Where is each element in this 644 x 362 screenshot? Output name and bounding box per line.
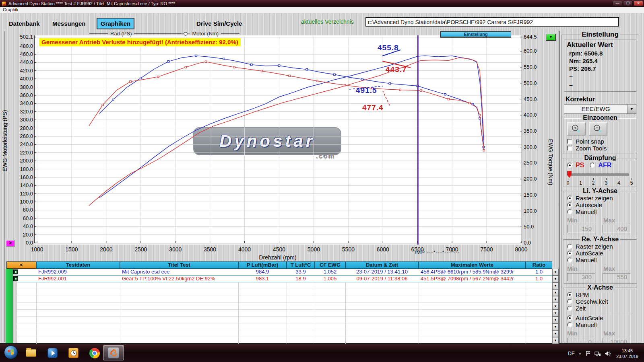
option-ps[interactable]: PS xyxy=(567,162,584,169)
table-header-cf-ewg[interactable]: CF EWG xyxy=(315,261,345,269)
option-manuell[interactable]: Manuell xyxy=(566,321,635,328)
annotation-line xyxy=(383,91,390,105)
media-player-taskbar-icon[interactable] xyxy=(47,348,58,358)
korrektur-select[interactable]: EEC/EWG ▼ xyxy=(564,104,636,114)
slider-tick-label: 2 xyxy=(590,180,596,186)
start-button[interactable] xyxy=(4,346,18,359)
row-dropdown-button[interactable]: ▼ xyxy=(552,289,559,296)
show-hidden-icons-button[interactable]: ▲ xyxy=(578,352,582,355)
table-header-p-luft-mbar-[interactable]: P Luft(mBar) xyxy=(238,261,287,269)
table-header-titel-test[interactable]: Titel Test xyxy=(120,261,238,269)
radio-button[interactable] xyxy=(567,306,572,311)
option-rpm[interactable]: RPM xyxy=(566,291,635,298)
option-manuell[interactable]: Manuell xyxy=(566,257,635,263)
chevron-down-icon[interactable]: ▼ xyxy=(627,105,636,113)
title-bar[interactable]: Advanced Dyno Station **** Test # FJR992… xyxy=(0,0,644,7)
radio-button[interactable] xyxy=(567,299,572,304)
row-dropdown-button[interactable]: ▼ xyxy=(552,276,559,282)
radio-button[interactable] xyxy=(567,292,572,297)
tab-messungen[interactable]: Messungen xyxy=(49,19,89,29)
row-status-icon[interactable] xyxy=(13,276,18,281)
radio-button[interactable] xyxy=(567,209,572,214)
left-axis-tick-label: 220.0 xyxy=(8,150,33,156)
close-button[interactable]: ✕ xyxy=(634,1,643,6)
table-corner-button[interactable]: < xyxy=(6,261,36,269)
radio-button[interactable] xyxy=(567,162,572,168)
right-y-min-input[interactable]: 300 xyxy=(567,273,595,281)
radio-button[interactable] xyxy=(590,162,595,168)
x-axis-tick-label: 1500 xyxy=(58,246,86,253)
dyno-chart-plot[interactable]: Dynostar .com xyxy=(34,35,522,245)
radio-button[interactable] xyxy=(567,202,572,208)
chrome-taskbar-icon[interactable] xyxy=(89,348,100,358)
slider-thumb[interactable] xyxy=(567,171,572,178)
table-row[interactable]: FJR992.009Mit Capristo esd ece984.933.91… xyxy=(17,269,552,276)
left-y-min-input[interactable]: 150 xyxy=(567,225,595,233)
radio-button[interactable] xyxy=(567,322,572,327)
row-dropdown-button[interactable]: ▼ xyxy=(552,303,559,310)
zoom-out-button[interactable] xyxy=(589,122,607,136)
left-y-max-input[interactable]: 400 xyxy=(603,225,631,233)
option-autoscale[interactable]: Autoscale xyxy=(566,202,635,208)
row-dropdown-button[interactable]: ▼ xyxy=(552,310,559,317)
row-dropdown-button[interactable]: ▼ xyxy=(552,269,559,276)
table-header-t-luft-c[interactable]: T Luft°C xyxy=(287,261,315,269)
dyno-station-taskbar-button[interactable] xyxy=(103,345,124,360)
table-header-ratio[interactable]: Ratio xyxy=(526,261,552,269)
table-header-datum-zeit[interactable]: Datum & Zeit xyxy=(345,261,419,269)
tab-drive-sim-cycle[interactable]: Drive Sim/Cycle xyxy=(193,19,245,29)
row-dropdown-button[interactable]: ▼ xyxy=(552,337,559,344)
radio-button[interactable] xyxy=(567,315,572,321)
language-indicator[interactable]: DE xyxy=(568,351,575,356)
table-header-maximalen-werte[interactable]: Maximalen Werte xyxy=(419,261,526,269)
checkbox[interactable] xyxy=(567,146,572,151)
menu-item-graphik[interactable]: Graphik xyxy=(3,7,19,12)
row-dropdown-button[interactable]: ▼ xyxy=(552,323,559,330)
chart-canvas[interactable] xyxy=(34,35,522,245)
max-label: Max xyxy=(603,217,630,224)
zoom-in-button[interactable] xyxy=(567,122,586,136)
row-status-icon[interactable] xyxy=(13,269,18,274)
slider-tick-label: 1 xyxy=(578,180,584,186)
checkbox[interactable] xyxy=(567,139,572,144)
explorer-taskbar-icon[interactable] xyxy=(26,349,36,357)
scheduler-taskbar-icon[interactable] xyxy=(68,348,78,358)
marker xyxy=(448,98,449,100)
option-autoscale[interactable]: AutoScale xyxy=(566,250,635,257)
speaker-icon[interactable] xyxy=(605,351,611,356)
option-autoscale[interactable]: AutoScale xyxy=(566,315,635,321)
row-dropdown-button[interactable]: ▼ xyxy=(552,296,559,303)
row-dropdown-button[interactable]: ▼ xyxy=(552,330,559,337)
option-manuell[interactable]: Manuell xyxy=(566,208,635,215)
maximize-button[interactable]: ❐ xyxy=(623,1,633,6)
option-raster-zeigen[interactable]: Raster zeigen xyxy=(566,195,635,202)
tab-graphiken[interactable]: Graphiken xyxy=(97,18,134,29)
current-directory-input[interactable] xyxy=(365,17,619,27)
left-axis-tick-label: 160.0 xyxy=(8,174,33,180)
option-afr[interactable]: AFR xyxy=(590,162,611,169)
option-zeit[interactable]: Zeit xyxy=(566,305,635,312)
chart-einstellung-button[interactable]: Einstellung xyxy=(440,31,511,38)
row-dropdown-button[interactable]: ▼ xyxy=(552,317,559,323)
damping-slider[interactable]: 012345 xyxy=(568,171,632,185)
tab-datenbank[interactable]: Datenbank xyxy=(6,19,43,29)
right-y-max-input[interactable]: 550 xyxy=(603,273,631,281)
minimize-button[interactable]: — xyxy=(613,1,622,6)
radio-button[interactable] xyxy=(567,244,572,249)
option-point-snap[interactable]: Point snap xyxy=(566,138,635,145)
left-axis-tick-label: 260.0 xyxy=(8,133,33,139)
row-dropdown-button[interactable]: ▼ xyxy=(552,282,559,289)
radio-button[interactable] xyxy=(567,251,572,256)
table-cell: FJR992.001 xyxy=(36,276,120,282)
option-zoom-tools[interactable]: Zoom Tools xyxy=(566,145,635,152)
radio-button[interactable] xyxy=(567,257,572,263)
action-center-flag-icon[interactable] xyxy=(585,351,591,356)
radio-button[interactable] xyxy=(567,195,572,201)
option-geschw-keit[interactable]: Geschw.keit xyxy=(566,298,635,305)
table-header-testdaten[interactable]: Testdaten xyxy=(36,261,120,269)
clock[interactable]: 13:45 23.07.2019 xyxy=(615,348,642,359)
option-raster-zeigen[interactable]: Raster zeigen xyxy=(566,243,635,250)
slider-track[interactable] xyxy=(568,173,629,176)
table-row[interactable]: FJR992.001Gear:5 TP:100% VI:22.50kgm2 DE… xyxy=(17,276,552,282)
network-icon[interactable] xyxy=(594,351,601,356)
